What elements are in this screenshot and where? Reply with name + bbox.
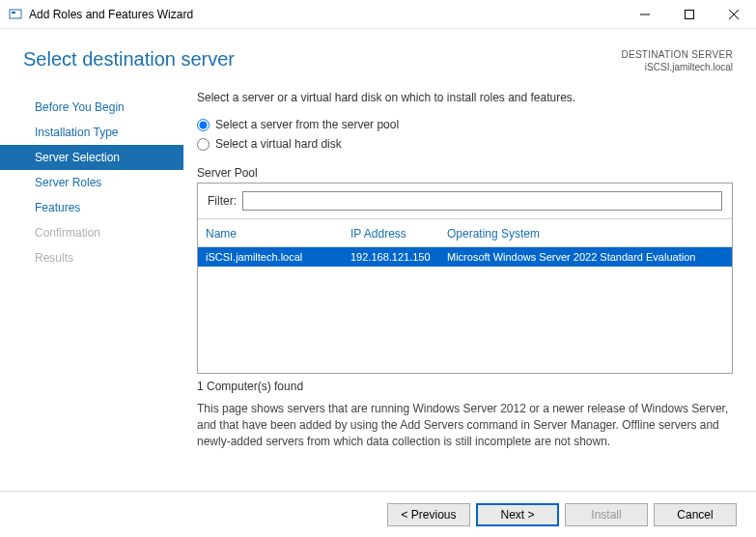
maximize-button[interactable] [667,0,712,29]
previous-button[interactable]: < Previous [387,503,470,526]
help-text: This page shows servers that are running… [197,401,733,449]
svg-rect-1 [12,12,15,14]
svg-rect-0 [10,10,21,18]
cell-os: Microsoft Windows Server 2022 Standard E… [447,251,724,263]
destination-label: DESTINATION SERVER [621,48,733,61]
table-body: iSCSI.jamiltech.local 192.168.121.150 Mi… [198,247,732,373]
radio-vhd-label: Select a virtual hard disk [215,137,342,151]
table-row[interactable]: iSCSI.jamiltech.local 192.168.121.150 Mi… [198,247,732,267]
cancel-button[interactable]: Cancel [654,503,737,526]
install-button: Install [565,503,648,526]
next-button[interactable]: Next > [476,503,559,526]
window-title: Add Roles and Features Wizard [29,8,623,21]
destination-info: DESTINATION SERVER iSCSI.jamiltech.local [621,48,733,73]
step-installation-type[interactable]: Installation Type [0,120,183,145]
column-name[interactable]: Name [206,227,350,240]
title-bar: Add Roles and Features Wizard [0,0,756,29]
column-ip[interactable]: IP Address [350,227,447,240]
step-server-selection[interactable]: Server Selection [0,145,183,170]
footer-buttons: < Previous Next > Install Cancel [0,491,756,537]
close-button[interactable] [712,0,756,29]
filter-label: Filter: [208,194,237,208]
radio-server-pool-label: Select a server from the server pool [215,118,399,131]
page-title: Select destination server [23,48,235,71]
cell-name: iSCSI.jamiltech.local [206,251,350,263]
app-icon [8,7,23,22]
destination-name: iSCSI.jamiltech.local [621,61,733,73]
server-pool-label: Server Pool [197,166,733,180]
table-header: Name IP Address Operating System [198,219,732,247]
step-before-you-begin[interactable]: Before You Begin [0,95,183,120]
found-count: 1 Computer(s) found [197,380,733,393]
step-confirmation: Confirmation [0,220,183,245]
step-results: Results [0,245,183,270]
server-pool-box: Filter: Name IP Address Operating System… [197,183,733,374]
step-features[interactable]: Features [0,195,183,220]
svg-rect-3 [686,10,694,18]
filter-input[interactable] [242,191,722,211]
wizard-steps: Before You Begin Installation Type Serve… [0,91,183,449]
column-os[interactable]: Operating System [447,227,724,240]
cell-ip: 192.168.121.150 [350,251,447,263]
radio-vhd[interactable] [197,138,210,151]
step-server-roles[interactable]: Server Roles [0,170,183,195]
radio-server-pool[interactable] [197,119,210,131]
instruction-text: Select a server or a virtual hard disk o… [197,91,733,104]
minimize-button[interactable] [623,0,667,29]
